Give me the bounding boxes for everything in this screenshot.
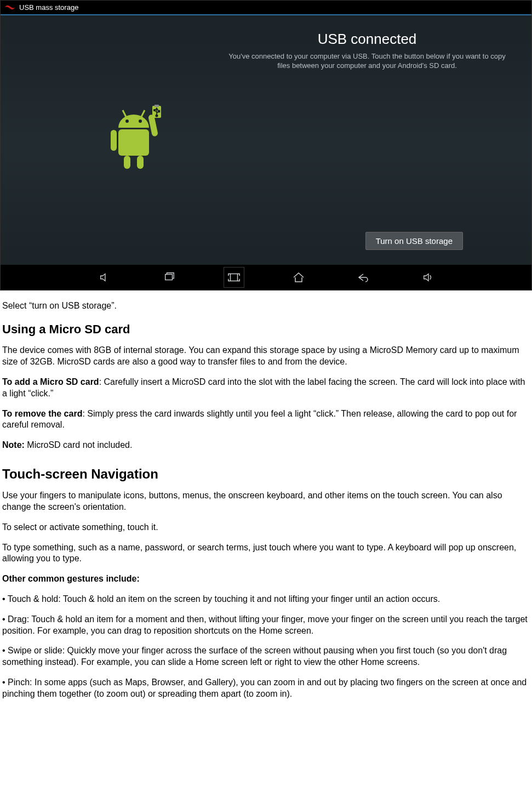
back-icon[interactable] xyxy=(356,270,371,285)
svg-rect-16 xyxy=(158,111,160,112)
svg-line-1 xyxy=(141,110,145,117)
microsd-remove: To remove the card: Simply press the car… xyxy=(2,408,530,431)
system-navbar xyxy=(1,265,531,290)
turn-on-usb-storage-button[interactable]: Turn on USB storage xyxy=(365,232,463,250)
svg-point-2 xyxy=(125,119,129,123)
touch-intro: Use your fingers to manipulate icons, bu… xyxy=(2,490,530,513)
screenshot-icon[interactable] xyxy=(226,270,242,285)
svg-point-12 xyxy=(156,115,158,117)
instruction-select: Select “turn on USB storage”. xyxy=(2,300,530,312)
gestures-heading: Other common gestures include: xyxy=(2,573,530,585)
svg-rect-17 xyxy=(165,275,172,280)
gesture-pinch: • Pinch: In some apps (such as Maps, Bro… xyxy=(2,677,530,700)
microsd-add: To add a Micro SD card: Carefully insert… xyxy=(2,377,530,400)
volume-up-icon[interactable] xyxy=(420,270,436,285)
usb-heading-block: USB connected You've connected to your c… xyxy=(225,31,510,71)
volume-down-icon[interactable] xyxy=(97,270,112,285)
gesture-tap-hold: • Touch & hold: Touch & hold an item on … xyxy=(2,594,530,605)
titlebar: USB mass storage xyxy=(1,1,531,14)
microsd-intro: The device comes with 8GB of internal st… xyxy=(2,345,530,368)
titlebar-separator xyxy=(1,14,531,15)
svg-rect-4 xyxy=(118,129,149,156)
heading-microsd: Using a Micro SD card xyxy=(2,322,530,338)
svg-rect-18 xyxy=(230,274,237,281)
usb-connected-heading: USB connected xyxy=(225,31,510,48)
svg-point-14 xyxy=(154,110,156,111)
document-body: Select “turn on USB storage”. Using a Mi… xyxy=(0,300,532,700)
svg-line-0 xyxy=(123,110,126,117)
microsd-note: Note: MicroSD card not included. xyxy=(2,440,530,451)
recent-apps-icon[interactable] xyxy=(162,270,177,285)
touch-type: To type something, such as a name, passw… xyxy=(2,542,530,565)
svg-point-3 xyxy=(139,119,142,123)
usb-connected-subtext: You've connected to your computer via US… xyxy=(225,52,510,71)
svg-rect-7 xyxy=(111,130,117,151)
heading-touchscreen: Touch-screen Navigation xyxy=(2,465,530,482)
touch-select: To select or activate something, touch i… xyxy=(2,522,530,533)
svg-rect-6 xyxy=(137,156,144,169)
android-usb-figure-icon xyxy=(107,105,168,176)
home-icon[interactable] xyxy=(291,270,306,285)
svg-rect-10 xyxy=(155,105,159,107)
android-usb-screenshot: USB mass storage USB connected You've co… xyxy=(0,0,532,291)
titlebar-text: USB mass storage xyxy=(19,3,78,12)
gesture-drag: • Drag: Touch & hold an item for a momen… xyxy=(2,614,530,637)
gesture-swipe: • Swipe or slide: Quickly move your fing… xyxy=(2,645,530,668)
svg-rect-5 xyxy=(124,156,130,169)
app-logo-icon xyxy=(4,4,16,12)
